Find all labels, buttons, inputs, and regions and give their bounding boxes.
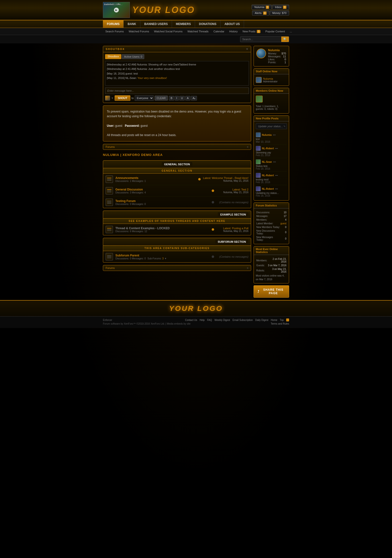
forum-status-announcements — [198, 178, 201, 180]
alerts-button[interactable]: Alerts 0 — [252, 11, 269, 15]
footer-link-contact[interactable]: Contact Us — [185, 319, 197, 321]
nav-item-donations[interactable]: DONATIONS — [195, 20, 220, 28]
forum-no-messages-subforum: (Contains no messages) — [217, 255, 248, 258]
subforum-count[interactable]: 3 — [162, 257, 164, 260]
footer-link-daily[interactable]: Daily Digest — [255, 319, 268, 321]
breadcrumb-label[interactable]: Forums — [106, 145, 115, 148]
footer-terms[interactable]: Terms and Rules — [271, 322, 289, 325]
search-button[interactable]: 🔍 — [281, 37, 289, 42]
logo-text: YOUR LOGO — [132, 5, 195, 15]
profile-post-name-1[interactable]: NL-Robert — [262, 147, 274, 150]
footer-link-home[interactable]: Home — [271, 319, 277, 321]
forum-stats-testing: Discussions: 0 Messages: 0 — [115, 203, 209, 205]
video-thumb[interactable]: Battlefield 1 Offic... ▶ — [103, 2, 130, 18]
notice-credentials: User: guest Password: guest — [107, 124, 247, 128]
forum-latest-title-ex[interactable]: Latest: Posting a Poll — [217, 227, 248, 230]
forum-name-general-discussion[interactable]: General Discussion — [115, 188, 209, 191]
format-color-a[interactable]: A — [185, 96, 190, 101]
breadcrumb-icon[interactable]: ≡ — [247, 145, 248, 148]
user-name[interactable]: Nulumia — [268, 49, 286, 52]
subnav-more[interactable]: ... — [287, 29, 294, 34]
footer-link-weekly[interactable]: Weekly Digest — [214, 319, 230, 321]
demo-title: NULUMIA | XENFORO DEMO AREA — [103, 152, 251, 158]
forum-name-subforum[interactable]: Subforum Parent — [115, 254, 209, 257]
section-general: GENERAL SECTION General Section Ann — [103, 160, 251, 208]
footer-logo[interactable]: YOUR LOGO — [0, 304, 392, 313]
shoutbox-body: Shoutbox Active Users: 0 [Wednesday at 2… — [103, 52, 251, 103]
share-page-button[interactable]: ⤴ SHARE THIS PAGE — [254, 285, 289, 298]
subnav-new-posts[interactable]: New Posts 0 — [240, 29, 263, 34]
user-panel: Nulumia 0 Inbox 0 Alerts 0 Money: $70 — [252, 5, 289, 15]
forum-name-examples[interactable]: Thread & Content Examples - LOCKED — [115, 227, 209, 230]
staff-name-nulumia[interactable]: Nulumia — [263, 77, 278, 80]
username-button[interactable]: Nulumia 0 — [252, 5, 272, 10]
inbox-button[interactable]: Inbox 0 — [272, 5, 289, 10]
video-play-icon[interactable]: ▶ — [114, 8, 119, 13]
shoutbox-input[interactable] — [105, 88, 249, 94]
profile-post-more-2[interactable]: ••• — [273, 160, 276, 163]
forum-name-testing[interactable]: Testing Forum — [115, 199, 209, 203]
forum-stats-examples: Discussions: 6 Messages: 12 — [115, 230, 209, 233]
subnav-watched-social[interactable]: Watched Social Forums — [152, 29, 185, 34]
staff-avatar-nulumia[interactable] — [256, 77, 262, 83]
shout-link[interactable]: Your very own shoutbox! — [137, 76, 167, 79]
color-arrow[interactable]: ▼ — [111, 97, 114, 100]
profile-post-more-4[interactable]: ••• — [275, 187, 278, 190]
profile-post-avatar-4[interactable] — [256, 186, 261, 191]
subnav-search-forums[interactable]: Search Forums — [103, 29, 126, 34]
profile-post-avatar-1[interactable] — [256, 146, 261, 151]
format-italic[interactable]: I — [175, 96, 179, 101]
breadcrumb-bottom-label[interactable]: Forums — [106, 266, 115, 269]
footer-link-help[interactable]: Help — [200, 319, 205, 321]
nav-item-members[interactable]: MEMBERS — [172, 20, 195, 28]
profile-post-2: NL-Sean ••• Status test. Feb 19, 2016 — [256, 158, 287, 172]
profile-post-header-2: NL-Sean ••• — [256, 159, 287, 164]
member-online-avatar[interactable] — [256, 96, 263, 102]
forum-status-subforum — [212, 255, 214, 258]
profile-post-name-0[interactable]: Nulumia — [262, 134, 271, 136]
shout-button[interactable]: SHOUT — [115, 95, 131, 101]
most-online-robots: Robots: 3 on May 23, 2016 — [256, 267, 286, 273]
format-underline[interactable]: U — [179, 96, 185, 101]
shout-recipient-select[interactable]: Everyone — [135, 95, 154, 101]
shout-to-label: to — [131, 97, 134, 100]
breadcrumb-bottom-icon[interactable]: ≡ — [247, 266, 248, 269]
stat-latest-member-value[interactable]: guest — [281, 222, 286, 225]
footer-link-email[interactable]: Email Subscription — [233, 319, 253, 321]
nav-item-bank[interactable]: BANK — [124, 20, 140, 28]
search-input[interactable] — [240, 37, 281, 42]
nav-item-forums[interactable]: FORUMS — [103, 20, 124, 28]
profile-post-name-2[interactable]: NL-Sean — [262, 161, 272, 163]
nav-item-about[interactable]: ABOUT US — [220, 20, 244, 28]
shout-clear-button[interactable]: CLEAR — [155, 96, 168, 101]
format-color-a2[interactable]: A₀ — [191, 96, 197, 101]
forum-latest-title-gd[interactable]: Latest: Test 2 — [217, 188, 248, 191]
user-avatar[interactable] — [256, 49, 266, 58]
profile-status-input[interactable] — [256, 123, 287, 129]
profile-post-more-0[interactable]: ••• — [273, 133, 276, 136]
subnav-history[interactable]: History — [227, 29, 240, 34]
profile-post-avatar-2[interactable] — [256, 159, 261, 164]
profile-post-name-3[interactable]: NL-Robert — [262, 174, 274, 177]
profile-post-avatar-3[interactable] — [256, 173, 261, 178]
footer-link-faq[interactable]: FAQ — [207, 319, 212, 321]
money-button[interactable]: Money: $70 — [270, 11, 289, 15]
profile-post-more-3[interactable]: ••• — [275, 174, 278, 177]
subnav-calendar[interactable]: Calendar — [211, 29, 227, 34]
format-bold[interactable]: B — [169, 96, 174, 101]
shoutbox-messages[interactable]: [Wednesday at 2:42 AM] Nulumia: Showing … — [105, 61, 249, 86]
subnav-watched-threads[interactable]: Watched Threads — [185, 29, 211, 34]
subnav-popular[interactable]: Popular Content — [263, 29, 287, 34]
shout-color-picker[interactable] — [105, 96, 110, 101]
footer-rss-icon[interactable] — [286, 318, 289, 321]
profile-post-avatar-0[interactable] — [256, 132, 261, 137]
subnav-watched-forums[interactable]: Watched Forums — [126, 29, 151, 34]
nav-item-banned-users[interactable]: BANNED USERS — [140, 20, 172, 28]
shoutbox-tab-shout[interactable]: Shoutbox — [105, 54, 121, 59]
forum-latest-title-announcements[interactable]: Latest: Welcome Thread - Read Here! — [203, 177, 248, 179]
profile-post-more-1[interactable]: ••• — [275, 147, 278, 150]
footer-link-top[interactable]: Top — [280, 319, 284, 321]
forum-name-announcements[interactable]: Announcements — [115, 176, 196, 180]
profile-post-name-4[interactable]: NL-Robert — [262, 188, 274, 190]
shoutbox-expand-icon[interactable]: ▼ — [246, 48, 248, 51]
